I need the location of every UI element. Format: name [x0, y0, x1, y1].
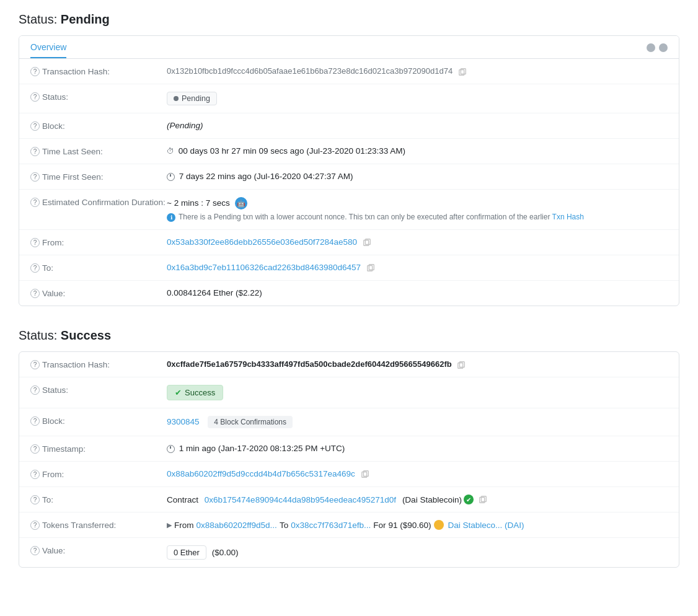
success-block-value: 9300845 4 Block Confirmations [167, 416, 668, 428]
help-icon-s-from[interactable]: ? [30, 470, 40, 479]
success-timestamp-value: 1 min ago (Jan-17-2020 08:13:25 PM +UTC) [167, 444, 668, 453]
time-icon [167, 173, 175, 181]
tokens-transferred-row: ? Tokens Transferred: ▶ From 0x88ab60202… [19, 513, 679, 538]
success-status-value: ✔ Success [167, 385, 668, 400]
help-icon-s-to[interactable]: ? [30, 495, 40, 504]
tokens-transferred-label: ? Tokens Transferred: [30, 520, 167, 530]
block-number-link[interactable]: 9300845 [167, 417, 201, 426]
tokens-to-link[interactable]: 0x38cc7f763d71efb... [291, 521, 371, 530]
bot-icon: 🤖 [235, 197, 247, 209]
tokens-amount: 91 ($90.60) [389, 521, 431, 530]
success-from-value: 0x88ab60202ff9d5d9ccdd4b4d7b656c5317ea46… [167, 469, 668, 478]
arrow-right-icon: ▶ [167, 521, 172, 529]
help-icon-est[interactable]: ? [30, 198, 40, 207]
help-icon-s-hash[interactable]: ? [30, 360, 40, 369]
pending-time-first-seen-value: 7 days 22 mins ago (Jul-16-2020 04:27:37… [167, 172, 668, 181]
success-to-value: Contract 0x6b175474e89094c44da98b954eede… [167, 495, 668, 504]
pending-value-label: ? Value: [30, 288, 167, 298]
pending-est-confirmation-label: ? Estimated Confirmation Duration: [30, 197, 167, 207]
check-icon: ✔ [175, 388, 182, 397]
pending-time-last-seen-row: ? Time Last Seen: ⏱ 00 days 03 hr 27 min… [19, 139, 679, 164]
dai-icon [434, 520, 444, 530]
pending-card: Overview ? Transaction Hash: 0x132b10fbc… [19, 35, 679, 306]
warning-text: There is a Pending txn with a lower acco… [179, 213, 584, 221]
warning-note: ℹ There is a Pending txn with a lower ac… [167, 213, 668, 222]
pending-from-value: 0x53ab330f2ee86debb26556e036ed50f7284ae5… [167, 237, 668, 247]
pending-from-link[interactable]: 0x53ab330f2ee86debb26556e036ed50f7284ae5… [167, 237, 360, 247]
tokens-for-text: For [373, 521, 386, 530]
time-icon-success [167, 445, 175, 453]
success-tx-hash-row: ? Transaction Hash: 0xcffade7f5e1a67579c… [19, 352, 679, 377]
pending-to-label: ? To: [30, 263, 167, 273]
pending-from-label: ? From: [30, 237, 167, 247]
value-box: 0 Ether [167, 545, 206, 560]
help-icon-block[interactable]: ? [30, 121, 40, 131]
copy-s-from-icon[interactable] [361, 470, 369, 478]
verified-icon: ✔ [464, 495, 474, 504]
copy-from-icon[interactable] [363, 238, 371, 247]
pending-tx-hash-row: ? Transaction Hash: 0x132b10fbcb1d9fccc4… [19, 59, 679, 84]
pending-to-link[interactable]: 0x16a3bd9c7eb11106326cad2263bd8463980d64… [167, 263, 363, 272]
help-icon-s-block[interactable]: ? [30, 416, 40, 426]
pending-status-label: ? Status: [30, 92, 167, 102]
success-contract-link[interactable]: 0x6b175474e89094c44da98b954eedeac495271d… [205, 495, 396, 504]
pending-to-value: 0x16a3bd9c7eb11106326cad2263bd8463980d64… [167, 263, 668, 272]
success-tx-hash-label: ? Transaction Hash: [30, 359, 167, 369]
success-block-row: ? Block: 9300845 4 Block Confirmations [19, 408, 679, 436]
pending-time-first-seen-label: ? Time First Seen: [30, 172, 167, 182]
success-timestamp-row: ? Timestamp: 1 min ago (Jan-17-2020 08:1… [19, 436, 679, 462]
help-icon-from[interactable]: ? [30, 238, 40, 247]
help-icon-s-value[interactable]: ? [30, 546, 40, 555]
pending-block-row: ? Block: (Pending) [19, 113, 679, 139]
help-icon-tokens[interactable]: ? [30, 521, 40, 530]
success-to-row: ? To: Contract 0x6b175474e89094c44da98b9… [19, 487, 679, 513]
help-icon-to[interactable]: ? [30, 263, 40, 273]
help-icon-value[interactable]: ? [30, 289, 40, 298]
dot-2 [659, 43, 668, 52]
help-icon-s-timestamp[interactable]: ? [30, 444, 40, 454]
success-value-row: ? Value: 0 Ether ($0.00) [19, 538, 679, 567]
copy-to-icon[interactable] [366, 263, 375, 272]
help-icon[interactable]: ? [30, 67, 40, 76]
copy-icon[interactable] [458, 68, 467, 76]
success-timestamp-label: ? Timestamp: [30, 444, 167, 454]
pending-est-confirmation-row: ? Estimated Confirmation Duration: ~ 2 m… [19, 190, 679, 230]
tokens-to-text: To [280, 521, 288, 530]
success-from-label: ? From: [30, 469, 167, 479]
success-to-label: ? To: [30, 495, 167, 504]
tokens-token-link[interactable]: Dai Stableco... (DAI) [448, 521, 524, 530]
help-icon-status[interactable]: ? [30, 92, 40, 102]
help-icon-time-first[interactable]: ? [30, 172, 40, 182]
pending-time-last-seen-label: ? Time Last Seen: [30, 146, 167, 156]
pending-time-last-seen-value: ⏱ 00 days 03 hr 27 min 09 secs ago (Jul-… [167, 146, 668, 156]
warning-dot: ℹ [167, 213, 175, 222]
pending-status-value: Pending [167, 92, 668, 105]
tokens-transferred-value: ▶ From 0x88ab60202ff9d5d... To 0x38cc7f7… [167, 520, 668, 530]
success-status-row: ? Status: ✔ Success [19, 377, 679, 408]
success-card: ? Transaction Hash: 0xcffade7f5e1a67579c… [19, 351, 679, 568]
pending-block-label: ? Block: [30, 121, 167, 131]
confirmations-badge: 4 Block Confirmations [208, 416, 293, 428]
success-section-title: Status: Success [19, 328, 679, 343]
pending-tx-hash-label: ? Transaction Hash: [30, 66, 167, 76]
success-badge: ✔ Success [167, 385, 223, 400]
pending-badge: Pending [167, 92, 217, 105]
overview-tab[interactable]: Overview [30, 42, 66, 58]
copy-s-to-icon[interactable] [479, 495, 487, 504]
pending-value-row: ? Value: 0.00841264 Ether ($2.22) [19, 281, 679, 306]
copy-s-hash-icon[interactable] [457, 361, 466, 369]
tokens-from-link[interactable]: 0x88ab60202ff9d5d... [197, 521, 277, 530]
help-icon-time-last[interactable]: ? [30, 147, 40, 156]
success-from-row: ? From: 0x88ab60202ff9d5d9ccdd4b4d7b656c… [19, 462, 679, 487]
tab-bar: Overview [19, 36, 679, 59]
pending-to-row: ? To: 0x16a3bd9c7eb11106326cad2263bd8463… [19, 255, 679, 281]
help-icon-s-status[interactable]: ? [30, 385, 40, 395]
success-from-link[interactable]: 0x88ab60202ff9d5d9ccdd4b4d7b656c5317ea46… [167, 469, 358, 478]
success-value-value: 0 Ether ($0.00) [167, 545, 668, 560]
txn-hash-link[interactable]: Txn Hash [552, 213, 584, 221]
pending-time-first-seen-row: ? Time First Seen: 7 days 22 mins ago (J… [19, 164, 679, 190]
pending-from-row: ? From: 0x53ab330f2ee86debb26556e036ed50… [19, 230, 679, 255]
success-block-label: ? Block: [30, 416, 167, 426]
tab-dots [647, 43, 668, 57]
success-tx-hash-value: 0xcffade7f5e1a67579cb4333aff497fd5a500cb… [167, 359, 668, 369]
